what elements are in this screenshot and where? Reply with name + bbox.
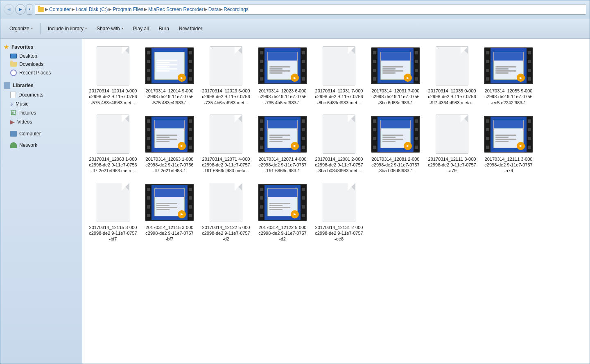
film-hole: [147, 60, 150, 63]
play-button-overlay[interactable]: ▶: [178, 210, 186, 218]
screen-line: [495, 68, 509, 70]
film-hole: [147, 205, 150, 209]
film-hole: [147, 146, 150, 149]
play-all-button[interactable]: Play all: [129, 21, 153, 36]
film-hole: [486, 60, 489, 63]
favorites-section: ★ Favorites Desktop Downloads Recent Pla…: [0, 42, 82, 77]
screen-line: [156, 68, 178, 70]
file-item[interactable]: ▶20170314_12063 1-000c2998-de2 9-11e7-07…: [143, 111, 196, 176]
play-button-overlay[interactable]: ▶: [517, 142, 525, 150]
file-item[interactable]: ▶20170314_12111 3-000c2998-de2 9-11e7-07…: [482, 111, 535, 176]
video-thumbnail: ▶: [145, 47, 194, 84]
sidebar-item-downloads[interactable]: Downloads: [2, 60, 80, 68]
file-thumbnail: ▶: [484, 114, 533, 155]
forward-button[interactable]: ▶: [15, 4, 26, 15]
file-item[interactable]: ▶20170314_12115 3-000c2998-de2 9-11e7-07…: [143, 180, 196, 245]
sidebar-item-pictures[interactable]: 🖼 Pictures: [2, 108, 80, 117]
path-recordings[interactable]: Recordings: [224, 7, 249, 12]
play-button-overlay[interactable]: ▶: [178, 74, 186, 82]
file-item[interactable]: 20170314_12014 9-000c2998-de2 9-11e7-075…: [86, 43, 140, 108]
file-item[interactable]: ▶20170314_12014 9-000c2998-de2 9-11e7-07…: [143, 43, 196, 108]
network-icon: [10, 142, 17, 148]
path-programfiles[interactable]: Program Files: [113, 7, 143, 12]
film-hole: [302, 128, 305, 131]
file-item[interactable]: 20170314_12081 2-000c2998-de2 9-11e7-075…: [312, 111, 366, 176]
document-icon: [323, 183, 355, 222]
play-button-overlay[interactable]: ▶: [404, 142, 412, 150]
film-hole: [260, 205, 263, 209]
path-miarec[interactable]: MiaRec Screen Recorder: [148, 7, 203, 12]
screen-line: [156, 205, 170, 206]
film-hole: [373, 77, 376, 81]
burn-button[interactable]: Burn: [154, 21, 173, 36]
film-hole: [373, 69, 376, 72]
file-item[interactable]: 20170314_12023 6-000c2998-de2 9-11e7-075…: [199, 43, 253, 108]
file-item[interactable]: ▶20170314_12023 6-000c2998-de2 9-11e7-07…: [256, 43, 309, 108]
sidebar-item-documents[interactable]: Documents: [2, 90, 80, 99]
address-path[interactable]: ▶ Computer ▶ Local Disk (C:) ▶ Program F…: [35, 4, 586, 15]
filmstrip-left: [146, 117, 151, 152]
film-hole: [373, 137, 376, 140]
file-item[interactable]: 20170314_12111 3-000c2998-de2 9-11e7-075…: [425, 111, 479, 176]
film-hole: [528, 128, 531, 131]
file-item[interactable]: ▶20170314_12071 4-000c2998-de2 9-11e7-07…: [256, 111, 309, 176]
sidebar-item-recent-places[interactable]: Recent Places: [2, 68, 80, 77]
film-hole: [486, 119, 489, 123]
filmstrip-right: [414, 117, 419, 152]
file-item[interactable]: 20170314_12031 7-000c2998-de2 9-11e7-075…: [312, 43, 366, 108]
file-item[interactable]: ▶20170314_12031 7-000c2998-de2 9-11e7-07…: [369, 43, 422, 108]
film-hole: [415, 146, 418, 149]
screen-line: [495, 72, 509, 74]
film-hole: [373, 128, 376, 131]
play-button-overlay[interactable]: ▶: [517, 74, 525, 82]
file-item[interactable]: 20170314_12131 2-000c2998-de2 9-11e7-075…: [312, 180, 366, 245]
file-item[interactable]: 20170314_12063 1-000c2998-de2 9-11e7-075…: [86, 111, 140, 176]
film-hole: [189, 137, 192, 140]
film-hole: [373, 60, 376, 63]
screen-line: [156, 137, 170, 138]
favorites-icon: ★: [4, 44, 9, 50]
film-hole: [415, 119, 418, 123]
file-thumbnail: [427, 114, 477, 155]
sidebar-item-videos[interactable]: ▶ Videos: [2, 117, 80, 126]
new-folder-button[interactable]: New folder: [175, 21, 206, 36]
sidebar-item-network[interactable]: Network: [2, 141, 80, 149]
favorites-header: ★ Favorites: [0, 42, 82, 52]
back-button[interactable]: ◀: [4, 4, 14, 15]
file-thumbnail: ▶: [258, 114, 307, 155]
file-thumbnail: ▶: [145, 182, 194, 223]
organize-button[interactable]: Organize ▾: [5, 21, 37, 36]
path-computer[interactable]: Computer: [49, 7, 71, 12]
file-item[interactable]: 20170314_12115 3-000c2998-de2 9-11e7-075…: [86, 180, 140, 245]
play-button-overlay[interactable]: ▶: [178, 142, 186, 150]
film-hole: [528, 51, 531, 54]
file-item[interactable]: ▶20170314_12055 9-000c2998-de2 9-11e7-07…: [482, 43, 535, 108]
film-hole: [260, 146, 263, 149]
play-button-overlay[interactable]: ▶: [291, 142, 299, 150]
film-hole: [302, 188, 305, 191]
file-thumbnail: [88, 45, 138, 86]
screen-top: [381, 52, 411, 61]
file-item[interactable]: 20170314_12122 5-000c2998-de2 9-11e7-075…: [199, 180, 253, 245]
include-library-button[interactable]: Include in library ▾: [44, 21, 91, 36]
sidebar-item-desktop[interactable]: Desktop: [2, 52, 80, 60]
share-with-button[interactable]: Share with ▾: [93, 21, 127, 36]
play-button-overlay[interactable]: ▶: [291, 74, 299, 82]
film-hole: [528, 119, 531, 123]
file-item[interactable]: 20170314_12071 4-000c2998-de2 9-11e7-075…: [199, 111, 253, 176]
sidebar: ★ Favorites Desktop Downloads Recent Pla…: [0, 39, 82, 364]
screen-line: [382, 141, 396, 142]
sidebar-item-music[interactable]: ♪ Music: [2, 99, 80, 108]
play-button-overlay[interactable]: ▶: [404, 74, 412, 82]
file-item[interactable]: 20170314_12035 0-000c2998-de2 9-11e7-075…: [425, 43, 479, 108]
file-item[interactable]: ▶20170314_12122 5-000c2998-de2 9-11e7-07…: [256, 180, 309, 245]
history-dropdown[interactable]: ▾: [27, 4, 32, 15]
desktop-icon: [10, 54, 17, 58]
path-data[interactable]: Data: [208, 7, 219, 12]
play-button-overlay[interactable]: ▶: [291, 210, 299, 218]
sidebar-item-computer[interactable]: Computer: [2, 130, 80, 138]
file-item[interactable]: ▶20170314_12081 2-000c2998-de2 9-11e7-07…: [369, 111, 422, 176]
file-name: 20170314_12122 5-000c2998-de2 9-11e7-075…: [202, 225, 250, 242]
file-name: 20170314_12014 9-000c2998-de2 9-11e7-075…: [89, 88, 137, 106]
path-localdisk[interactable]: Local Disk (C:): [76, 7, 108, 12]
